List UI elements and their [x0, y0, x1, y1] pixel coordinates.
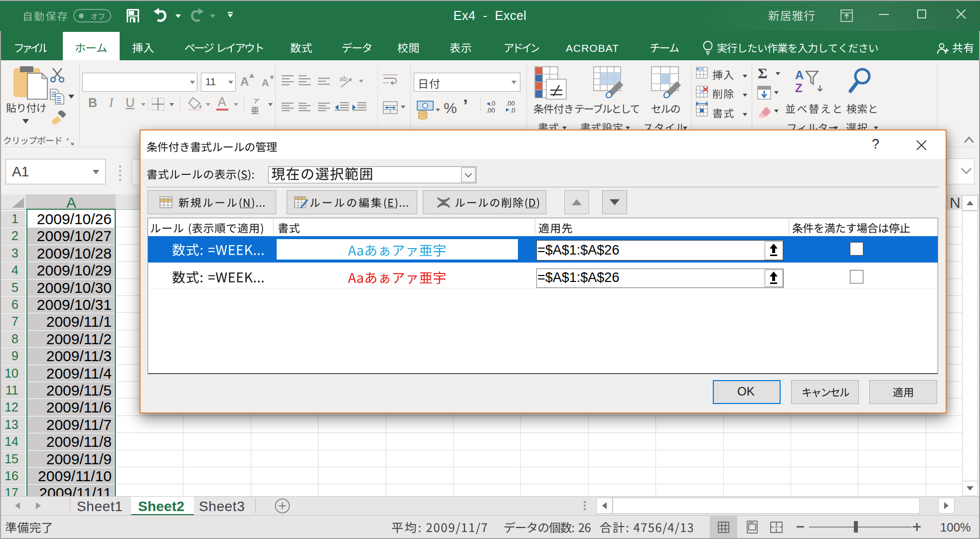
svg-text:.0: .0: [510, 107, 515, 114]
svg-text:Z: Z: [795, 81, 803, 95]
svg-text:.00: .00: [486, 107, 495, 114]
svg-text:.00: .00: [506, 100, 515, 107]
svg-text:.0: .0: [490, 100, 495, 107]
svg-text:ab: ab: [339, 75, 347, 83]
svg-text:A: A: [795, 68, 804, 82]
